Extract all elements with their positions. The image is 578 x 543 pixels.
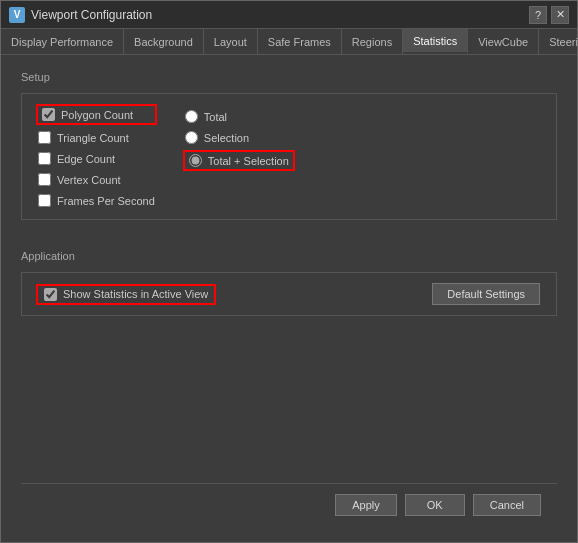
setup-grid: Polygon Count Triangle Count Edge Count: [38, 106, 540, 207]
total-plus-selection-radio[interactable]: [189, 154, 202, 167]
polygon-count-label: Polygon Count: [61, 109, 133, 121]
setup-box: Polygon Count Triangle Count Edge Count: [21, 93, 557, 220]
application-box: Show Statistics in Active View Default S…: [21, 272, 557, 316]
edge-count-row: Edge Count: [38, 152, 155, 165]
edge-count-checkbox[interactable]: [38, 152, 51, 165]
tab-display-performance[interactable]: Display Performance: [1, 29, 124, 54]
apply-button[interactable]: Apply: [335, 494, 397, 516]
show-stats-checkbox[interactable]: [44, 288, 57, 301]
vertex-count-label: Vertex Count: [57, 174, 121, 186]
polygon-count-row: Polygon Count: [38, 106, 155, 123]
vertex-count-row: Vertex Count: [38, 173, 155, 186]
tab-layout[interactable]: Layout: [204, 29, 258, 54]
total-plus-selection-label: Total + Selection: [208, 155, 289, 167]
app-icon: V: [9, 7, 25, 23]
default-settings-button[interactable]: Default Settings: [432, 283, 540, 305]
tab-background[interactable]: Background: [124, 29, 204, 54]
triangle-count-row: Triangle Count: [38, 131, 155, 144]
tab-viewcube[interactable]: ViewCube: [468, 29, 539, 54]
radios-col: Total Selection Total + Selection: [185, 110, 293, 207]
setup-label: Setup: [21, 71, 557, 83]
polygon-count-checkbox[interactable]: [42, 108, 55, 121]
fps-row: Frames Per Second: [38, 194, 155, 207]
selection-row: Selection: [185, 131, 293, 144]
total-plus-selection-row: Total + Selection: [185, 152, 293, 169]
tab-safe-frames[interactable]: Safe Frames: [258, 29, 342, 54]
fps-label: Frames Per Second: [57, 195, 155, 207]
close-button[interactable]: ✕: [551, 6, 569, 24]
total-row: Total: [185, 110, 293, 123]
help-button[interactable]: ?: [529, 6, 547, 24]
show-stats-label: Show Statistics in Active View: [63, 288, 208, 300]
triangle-count-checkbox[interactable]: [38, 131, 51, 144]
dialog: V Viewport Configuration ? ✕ Display Per…: [0, 0, 578, 543]
title-bar-left: V Viewport Configuration: [9, 7, 152, 23]
dialog-title: Viewport Configuration: [31, 8, 152, 22]
show-stats-row: Show Statistics in Active View: [38, 286, 214, 303]
application-label: Application: [21, 250, 557, 262]
tab-statistics[interactable]: Statistics: [403, 29, 468, 54]
selection-label: Selection: [204, 132, 249, 144]
content-area: Setup Polygon Count Triangle Count: [1, 55, 577, 542]
fps-checkbox[interactable]: [38, 194, 51, 207]
application-section: Application Show Statistics in Active Vi…: [21, 250, 557, 316]
edge-count-label: Edge Count: [57, 153, 115, 165]
vertex-count-checkbox[interactable]: [38, 173, 51, 186]
total-label: Total: [204, 111, 227, 123]
footer: Apply OK Cancel: [21, 483, 557, 526]
checkboxes-col: Polygon Count Triangle Count Edge Count: [38, 106, 155, 207]
tab-steeringwheels[interactable]: SteeringWheels: [539, 29, 578, 54]
setup-section: Setup Polygon Count Triangle Count: [21, 71, 557, 220]
total-radio[interactable]: [185, 110, 198, 123]
title-bar: V Viewport Configuration ? ✕: [1, 1, 577, 29]
selection-radio[interactable]: [185, 131, 198, 144]
title-bar-controls: ? ✕: [529, 6, 569, 24]
cancel-button[interactable]: Cancel: [473, 494, 541, 516]
triangle-count-label: Triangle Count: [57, 132, 129, 144]
tab-regions[interactable]: Regions: [342, 29, 403, 54]
tab-bar: Display Performance Background Layout Sa…: [1, 29, 577, 55]
ok-button[interactable]: OK: [405, 494, 465, 516]
